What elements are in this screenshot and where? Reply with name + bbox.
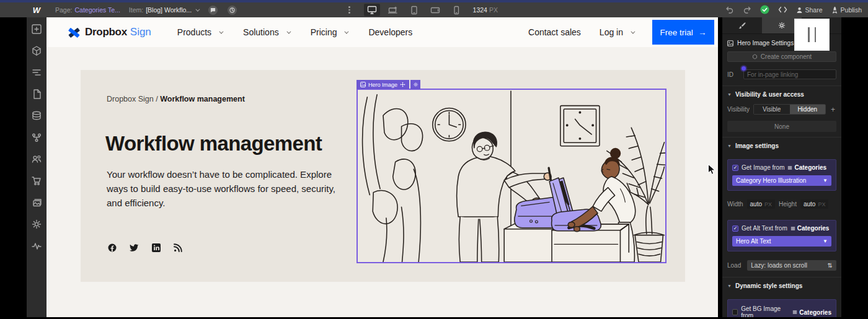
- element-settings-panel: Hero Image Settings Create component ID …: [722, 17, 841, 319]
- alt-text-field-dropdown[interactable]: Hero Alt Text ▼: [732, 236, 831, 247]
- breakpoint-large-button[interactable]: [385, 4, 401, 16]
- collection-stack-icon: [792, 310, 797, 315]
- breakpoint-landscape-button[interactable]: [427, 4, 443, 16]
- history-icon[interactable]: [228, 6, 237, 15]
- element-settings-gear-icon[interactable]: [410, 80, 420, 89]
- facebook-icon[interactable]: [108, 243, 117, 252]
- hero-image-element[interactable]: Hero Image: [356, 89, 666, 263]
- nav-link-solutions[interactable]: Solutions: [243, 27, 290, 37]
- audit-icon[interactable]: [31, 240, 42, 251]
- pause-icon: [815, 27, 817, 42]
- section-image-settings[interactable]: ▼ Image settings: [722, 137, 841, 154]
- id-input[interactable]: [743, 69, 836, 79]
- categories-collection-ref[interactable]: Categories: [787, 164, 826, 171]
- page-selector[interactable]: Categories Te...: [74, 6, 120, 14]
- rss-icon[interactable]: [174, 243, 182, 252]
- visibility-row: Visibility Visible Hidden +: [722, 103, 841, 118]
- breakpoint-phone-button[interactable]: [448, 4, 464, 16]
- visibility-none-button[interactable]: None: [727, 121, 836, 132]
- chevron-down-icon: [219, 29, 223, 33]
- contact-sales-link[interactable]: Contact sales: [528, 27, 581, 37]
- undo-icon[interactable]: [725, 6, 734, 15]
- components-icon[interactable]: [31, 45, 42, 56]
- linkedin-icon[interactable]: [152, 243, 161, 252]
- recording-pause-overlay: [794, 19, 830, 51]
- width-input[interactable]: autoPX: [747, 199, 775, 209]
- id-label: ID: [727, 71, 743, 78]
- add-elements-icon[interactable]: [31, 24, 42, 35]
- log-in-link[interactable]: Log in: [600, 27, 634, 37]
- design-canvas: Dropbox Sign Products Solutions Pricing …: [46, 17, 718, 319]
- code-export-icon[interactable]: [778, 6, 787, 14]
- item-selector[interactable]: [Blog] Workflo...: [146, 6, 192, 14]
- redo-icon[interactable]: [743, 6, 751, 15]
- component-icon: [752, 54, 758, 59]
- cms-icon[interactable]: [31, 110, 42, 121]
- height-input[interactable]: autoPX: [800, 199, 828, 209]
- dropbox-sign-logo[interactable]: Dropbox Sign: [68, 26, 151, 38]
- breadcrumb[interactable]: Dropbox Sign / Workflow management: [107, 95, 245, 103]
- hero-illustration: [358, 90, 665, 262]
- width-label: Width: [727, 201, 743, 208]
- get-image-checkbox[interactable]: ✓: [732, 165, 738, 171]
- get-bg-checkbox[interactable]: [732, 309, 738, 315]
- ecommerce-icon[interactable]: [31, 175, 42, 186]
- designer-left-toolbar: [27, 17, 46, 319]
- image-field-dropdown[interactable]: Category Hero Illustration ▼: [732, 175, 831, 186]
- webflow-logo[interactable]: W: [27, 6, 46, 15]
- add-condition-button[interactable]: +: [830, 105, 836, 114]
- nav-link-developers[interactable]: Developers: [368, 27, 412, 37]
- load-label: Load: [727, 262, 741, 269]
- nav-link-products[interactable]: Products: [177, 27, 222, 37]
- social-links: [108, 243, 182, 252]
- assets-icon[interactable]: [31, 197, 42, 208]
- section-dynamic-style[interactable]: ▼ Dynamic style settings: [722, 277, 841, 294]
- visibility-visible-option[interactable]: Visible: [754, 105, 790, 114]
- nav-link-pricing[interactable]: Pricing: [311, 27, 348, 37]
- image-icon: [360, 82, 366, 87]
- get-alt-text-block: ✓ Get Alt Text from Categories Hero Alt …: [727, 220, 836, 251]
- get-bg-image-block: Get BG Image from Categories: [727, 299, 836, 319]
- dropdown-arrow-icon: ▼: [823, 178, 828, 183]
- id-field-row: ID: [727, 69, 836, 79]
- logic-icon[interactable]: [31, 132, 42, 143]
- hero-description: Your workflow doesn’t have to be complic…: [107, 168, 350, 211]
- triangle-down-icon: ▼: [727, 284, 732, 288]
- right-letterbox: [841, 17, 868, 319]
- breakpoint-desktop-button[interactable]: [364, 4, 380, 16]
- free-trial-button[interactable]: Free trial→: [652, 20, 714, 45]
- breakpoint-tablet-button[interactable]: [406, 4, 422, 16]
- pages-icon[interactable]: [31, 89, 42, 100]
- mouse-cursor: [707, 164, 716, 178]
- more-options-icon[interactable]: [348, 6, 350, 14]
- collection-stack-icon: [790, 226, 795, 231]
- page-label: Page:: [55, 6, 72, 14]
- categories-collection-ref[interactable]: Categories: [790, 225, 830, 232]
- page-title: Workflow management: [105, 132, 322, 155]
- settings-icon[interactable]: [31, 219, 42, 230]
- tab-style-brush-icon[interactable]: [722, 17, 762, 33]
- visibility-label: Visibility: [727, 106, 750, 113]
- categories-collection-ref[interactable]: Categories: [792, 309, 831, 316]
- comments-icon[interactable]: [208, 6, 218, 15]
- cms-binding-indicator-dot: [742, 66, 746, 71]
- selection-badge[interactable]: Hero Image: [356, 80, 420, 89]
- create-component-button[interactable]: Create component: [727, 51, 836, 62]
- width-height-row: Width autoPX Height autoPX: [722, 194, 841, 215]
- section-visibility[interactable]: ▼ Visibility & user access: [722, 85, 841, 103]
- twitter-icon[interactable]: [130, 244, 139, 252]
- navigator-icon[interactable]: [31, 67, 42, 78]
- users-icon[interactable]: [31, 154, 42, 165]
- share-button[interactable]: Share: [796, 6, 823, 14]
- publish-button[interactable]: Publish: [831, 6, 862, 14]
- site-nav-links: Products Solutions Pricing Developers: [177, 27, 412, 37]
- visibility-hidden-option[interactable]: Hidden: [790, 105, 826, 114]
- canvas-width-unit: PX: [489, 6, 498, 14]
- canvas-width-value[interactable]: 1324: [473, 6, 487, 14]
- get-image-from-block: ✓ Get Image from Categories Category Her…: [727, 159, 836, 191]
- chevron-down-icon: [195, 7, 200, 11]
- get-alt-checkbox[interactable]: ✓: [732, 225, 738, 232]
- load-select[interactable]: Lazy: loads on scroll ⇅: [747, 260, 836, 271]
- webflow-designer-window: W Page: Categories Te... Item: [Blog] Wo…: [0, 0, 868, 319]
- saved-check-icon: [760, 5, 769, 15]
